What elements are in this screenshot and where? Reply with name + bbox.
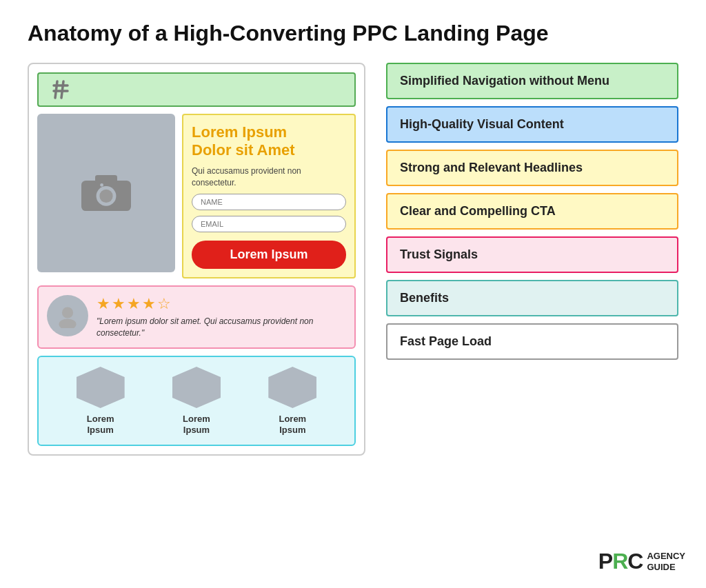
mockup-name-input[interactable]: NAME [192, 194, 346, 210]
svg-rect-5 [95, 175, 117, 183]
logo-agency-guide: AGENCY GUIDE [647, 551, 685, 572]
benefit-label-3: LoremIpsum [279, 414, 306, 435]
mockup-email-input[interactable]: EMAIL [192, 216, 346, 232]
svg-line-3 [61, 81, 63, 98]
mockup-form-area: Lorem Ipsum Dolor sit Amet Qui accusamus… [182, 114, 356, 278]
page-container: Anatomy of a High-Converting PPC Landing… [0, 0, 706, 588]
label-trust-signals: Trust Signals [386, 236, 678, 273]
svg-point-8 [100, 183, 103, 187]
benefit-hex-icon-3 [268, 367, 316, 408]
mockup-hero: Lorem Ipsum Dolor sit Amet Qui accusamus… [37, 114, 356, 278]
logo-hash-icon [48, 77, 73, 102]
label-fast-page-load: Fast Page Load [386, 323, 678, 360]
svg-point-9 [62, 307, 73, 318]
testimonial-avatar [47, 295, 88, 336]
main-title: Anatomy of a High-Converting PPC Landing… [28, 21, 678, 46]
mockup-subtext: Qui accusamus provident non consectetur. [192, 165, 346, 189]
testimonial-content: ★★★★☆ "Lorem ipsum dolor sit amet. Qui a… [97, 295, 346, 339]
benefit-item-1: LoremIpsum [77, 367, 125, 435]
testimonial-stars: ★★★★☆ [97, 295, 346, 313]
benefit-label-1: LoremIpsum [87, 414, 114, 435]
mockup-nav [37, 72, 356, 107]
content-area: Lorem Ipsum Dolor sit Amet Qui accusamus… [28, 63, 678, 456]
mockup-headline: Lorem Ipsum Dolor sit Amet [192, 123, 346, 160]
camera-icon [79, 164, 134, 222]
label-visual-content: High-Quality Visual Content [386, 106, 678, 143]
logo-area: PRC AGENCY GUIDE [598, 549, 685, 574]
benefit-hex-icon-2 [172, 367, 221, 408]
label-benefits: Benefits [386, 280, 678, 316]
svg-line-2 [55, 81, 57, 98]
logo-guide-label: GUIDE [647, 562, 685, 573]
label-simplified-nav: Simplified Navigation without Menu [386, 63, 678, 99]
testimonial-text: "Lorem ipsum dolor sit amet. Qui accusam… [97, 316, 346, 339]
svg-point-10 [59, 319, 76, 329]
label-clear-cta: Clear and Compelling CTA [386, 193, 678, 230]
benefit-label-2: LoremIpsum [183, 414, 210, 435]
labels-container: Simplified Navigation without Menu High-… [386, 63, 678, 456]
mockup-container: Lorem Ipsum Dolor sit Amet Qui accusamus… [28, 63, 365, 456]
mockup-testimonial: ★★★★☆ "Lorem ipsum dolor sit amet. Qui a… [37, 285, 356, 349]
label-strong-headlines: Strong and Relevant Headlines [386, 150, 678, 186]
logo-agency-label: AGENCY [647, 551, 685, 562]
logo-ppc-text: PRC [598, 549, 643, 574]
mockup-benefits: LoremIpsum LoremIpsum LoremIpsum [37, 356, 356, 446]
benefit-item-3: LoremIpsum [268, 367, 316, 435]
mockup-cta-button[interactable]: Lorem Ipsum [192, 241, 346, 269]
benefit-hex-icon-1 [77, 367, 125, 408]
mockup-nav-logo [48, 77, 73, 102]
mockup-image [37, 114, 175, 272]
svg-point-7 [99, 190, 112, 203]
benefit-item-2: LoremIpsum [172, 367, 221, 435]
